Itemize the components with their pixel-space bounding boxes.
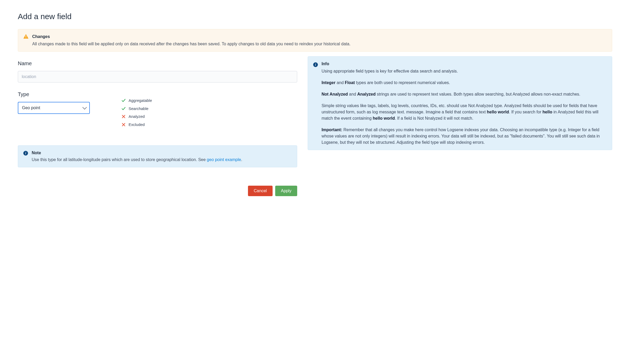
attr-label: Aggregatable — [129, 98, 152, 104]
info-panel: i Info Using appropriate field types is … — [308, 56, 612, 150]
name-label: Name — [18, 59, 297, 67]
info-text: and — [348, 92, 357, 96]
note-box: i Note Use this type for all latitude-lo… — [18, 145, 297, 167]
attr-aggregatable: Aggregatable — [121, 98, 152, 104]
info-bold: Analyzed — [357, 92, 375, 96]
info-bold: Float — [345, 80, 355, 85]
attr-searchable: Searchable — [121, 106, 152, 112]
x-icon — [121, 114, 126, 119]
note-body-prefix: Use this type for all latitude-longitude… — [32, 157, 207, 162]
chevron-down-icon — [82, 105, 87, 109]
info-text: Remember that all changes you make here … — [322, 128, 600, 145]
info-icon: i — [313, 62, 318, 67]
cancel-button[interactable]: Cancel — [248, 186, 273, 196]
info-text: types are both used to represent numeric… — [355, 80, 450, 85]
changes-alert-body: All changes made to this field will be a… — [32, 41, 607, 47]
info-bold: hello world — [373, 116, 395, 120]
info-text: . If you search for — [509, 110, 543, 114]
attr-label: Excluded — [129, 122, 145, 128]
info-icon: i — [23, 151, 28, 156]
info-bold: hello world — [487, 110, 509, 114]
changes-alert-title: Changes — [32, 34, 607, 40]
info-text: and — [335, 80, 345, 85]
info-text: strings are used to represent text value… — [375, 92, 580, 96]
note-title: Note — [32, 150, 242, 156]
info-p5: Important: Remember that all changes you… — [322, 127, 607, 146]
info-bold: Not Analyzed — [322, 92, 348, 96]
info-p2: Integer and Float types are both used to… — [322, 80, 607, 86]
type-select-value: Geo point — [22, 105, 40, 111]
x-icon — [121, 122, 126, 127]
info-p3: Not Analyzed and Analyzed strings are us… — [322, 91, 607, 97]
type-select[interactable]: Geo point — [18, 102, 90, 114]
info-p4: Simple string values like tags, labels, … — [322, 103, 607, 122]
svg-rect-0 — [26, 36, 26, 37]
warning-icon — [23, 34, 29, 39]
note-body: Use this type for all latitude-longitude… — [32, 157, 242, 163]
apply-button[interactable]: Apply — [275, 186, 297, 196]
svg-rect-1 — [26, 37, 26, 38]
page-title: Add a new field — [18, 10, 612, 22]
check-icon — [121, 106, 126, 111]
attr-label: Searchable — [129, 106, 148, 112]
info-p1: Using appropriate field types is key for… — [322, 68, 607, 74]
type-attributes: Aggregatable Searchable Analyzed Exclude… — [121, 98, 152, 130]
note-body-suffix: . — [241, 157, 242, 162]
info-title: Info — [322, 61, 607, 67]
geo-point-example-link[interactable]: geo point example — [207, 157, 241, 162]
info-bold: Important: — [322, 128, 342, 132]
info-bold: hello — [543, 110, 552, 114]
check-icon — [121, 98, 126, 103]
attr-excluded: Excluded — [121, 122, 152, 128]
attr-label: Analyzed — [129, 114, 145, 120]
changes-alert: Changes All changes made to this field w… — [18, 29, 612, 52]
type-label: Type — [18, 90, 297, 98]
info-text: . If a field is Not Nnalyzed it will not… — [395, 116, 473, 120]
name-input[interactable] — [18, 71, 297, 82]
attr-analyzed: Analyzed — [121, 114, 152, 120]
info-bold: Integer — [322, 80, 335, 85]
